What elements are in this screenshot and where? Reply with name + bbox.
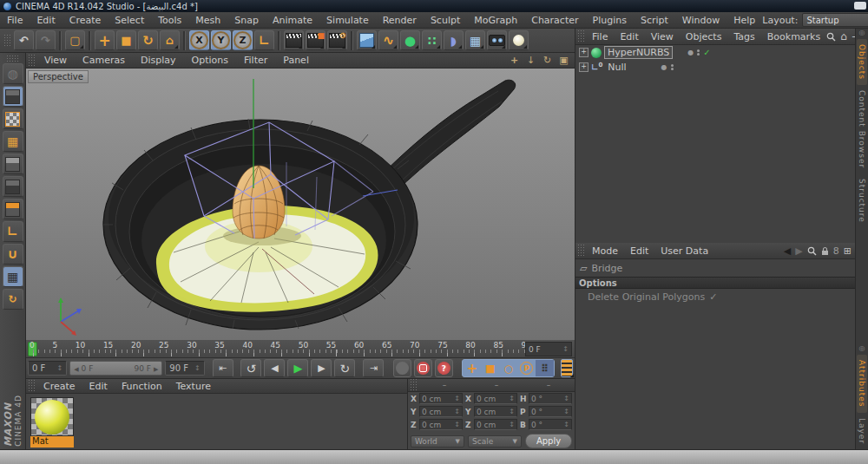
object-row-hypernurbs[interactable]: + HyperNURBS ● ✓ [575,45,855,60]
expand-icon[interactable]: + [579,62,589,72]
viewport-menu-panel[interactable]: Panel [275,55,317,66]
om-menu-objects[interactable]: Objects [680,31,728,42]
toolbar-grip[interactable] [6,55,20,62]
move-tool-button[interactable]: + [95,30,115,50]
null-object-icon[interactable]: ∟0 [591,62,602,72]
pos-z-field[interactable]: 0 cm↕ [419,419,463,430]
tab-content-browser[interactable]: Content Browser [857,85,867,173]
workplane-align-button[interactable]: ↻ [3,289,23,310]
tab-layer[interactable]: Layer [857,413,867,449]
axis-mode-button[interactable]: ∟ [3,221,23,242]
sculpt-mode-button[interactable]: ◍ [3,63,23,84]
add-light-button[interactable] [509,30,529,50]
material-menu-texture[interactable]: Texture [169,381,218,392]
coordinate-system-button[interactable]: ∟ [254,30,274,50]
scale-tool-button[interactable]: ■ [116,30,136,50]
end-frame-field[interactable]: 90 F ↕ [165,361,204,376]
options-section-header[interactable]: Options [575,277,855,289]
lock-icon[interactable] [821,246,829,256]
scale-z-field[interactable]: 0 cm↕ [474,419,517,430]
key-pla-toggle[interactable]: ⠿ [536,360,554,376]
points-mode-button[interactable] [3,154,23,174]
texture-mode-button[interactable] [3,108,23,129]
viewport-menu-display[interactable]: Display [133,55,184,66]
menu-file[interactable]: File [0,15,30,26]
spinner-icon[interactable]: ↕ [57,364,63,372]
panel-menu-icon[interactable]: ◎ [859,344,865,355]
expand-icon[interactable]: + [579,48,589,57]
autokey-help-button[interactable]: ? [435,359,453,377]
rotate-tool-button[interactable]: ↻ [138,30,158,50]
am-menu-mode[interactable]: Mode [586,245,624,257]
menu-window[interactable]: Window [675,15,727,26]
search-icon[interactable] [807,246,817,256]
frame-range-slider[interactable]: ◀ 0 F 90 F ▶ [69,361,162,376]
lock-y-axis-button[interactable]: Y [211,30,231,50]
add-hypernurbs-button[interactable]: ● [400,30,420,50]
om-menu-bookmarks[interactable]: Bookmarks [761,31,826,42]
menu-sculpt[interactable]: Sculpt [424,15,467,26]
panel-grip[interactable] [410,378,417,392]
viewport-canvas[interactable] [26,69,575,340]
enabled-check-icon[interactable]: ✓ [703,48,710,57]
panel-menu-icon[interactable]: ◎ [859,29,865,39]
add-modeling-object-button[interactable]: ∷ [422,30,442,50]
visibility-dots-icon[interactable] [671,64,674,70]
add-deformer-button[interactable]: ◗ [444,30,464,50]
rot-p-field[interactable]: 0 °↕ [529,406,572,417]
camera-label[interactable]: Perspective [28,70,89,83]
loop-button[interactable]: ↻ [334,359,355,377]
spinner-icon[interactable]: ↕ [562,345,569,353]
record-button[interactable] [393,359,411,377]
play-button[interactable]: ▶ [287,359,308,377]
delete-original-polygons-option[interactable]: Delete Original Polygons ✓ [575,289,855,304]
material-menu-edit[interactable]: Edit [82,381,115,392]
add-primitive-button[interactable] [357,30,377,50]
ruler-frame-field[interactable]: 0 F ↕ [525,342,572,356]
history-back-icon[interactable]: ◀ [784,245,791,257]
object-row-null[interactable]: + ∟0 Null ● [575,60,855,75]
play-backwards-button[interactable]: ↺ [240,359,261,377]
render-picture-viewer-button[interactable]: ■ [306,30,326,50]
tab-objects[interactable]: Objects [857,39,867,85]
current-frame-field[interactable]: 0 F ↕ [28,361,67,376]
material-name[interactable]: Mat [30,436,74,448]
key-parameter-toggle[interactable]: P [517,360,536,376]
menu-simulate[interactable]: Simulate [319,15,376,26]
visibility-dots-icon[interactable] [697,49,700,56]
polygons-mode-button[interactable] [3,199,23,219]
link-icon[interactable]: 8 [833,245,839,257]
scale-y-field[interactable]: 0 cm↕ [474,406,517,417]
pan-view-icon[interactable]: + [509,55,520,66]
add-spline-button[interactable]: ∿ [378,30,398,50]
go-to-start-button[interactable]: ⇤ [213,359,233,377]
range-right-icon[interactable]: ▶ [154,366,158,373]
am-menu-edit[interactable]: Edit [624,245,654,257]
render-settings-button[interactable]: ⚙ [327,30,347,50]
menu-animate[interactable]: Animate [266,15,319,26]
object-name[interactable]: HyperNURBS [604,46,673,59]
last-tool-button[interactable]: ⌂ [160,30,180,50]
material-item[interactable]: Mat [30,397,74,448]
viewport-menu-filter[interactable]: Filter [236,55,275,66]
tab-attributes[interactable]: Attributes [857,355,867,412]
undo-button[interactable]: ↶ [14,30,34,50]
workplane-lock-button[interactable]: ▦ [3,266,23,287]
menu-snap[interactable]: Snap [227,15,266,26]
material-menu-function[interactable]: Function [115,381,169,392]
menu-render[interactable]: Render [376,15,424,26]
range-left-icon[interactable]: ◀ [74,366,78,373]
object-name[interactable]: Null [605,62,628,73]
layer-dot-icon[interactable]: ● [687,49,694,56]
key-position-toggle[interactable]: + [463,360,481,376]
viewport-menu-view[interactable]: View [36,55,75,66]
render-view-button[interactable] [284,30,304,50]
snap-button[interactable]: ∪ [3,244,23,265]
menu-mograph[interactable]: MoGraph [467,15,524,26]
menu-script[interactable]: Script [634,15,675,26]
panel-grip[interactable] [577,244,584,258]
menu-help[interactable]: Help [727,15,762,26]
lock-z-axis-button[interactable]: Z [233,30,253,50]
viewport-menu-cameras[interactable]: Cameras [75,55,133,66]
window-controls[interactable] [854,2,866,10]
